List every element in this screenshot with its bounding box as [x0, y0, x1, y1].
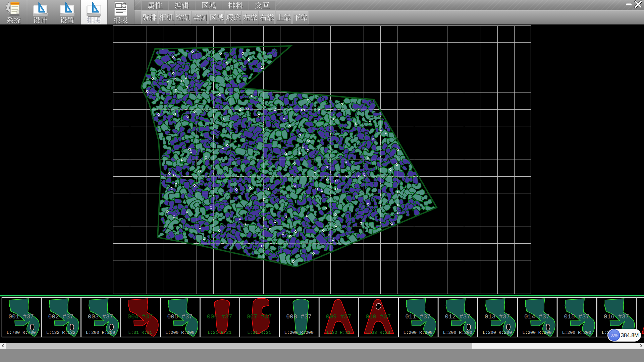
svg-text:010_#37: 010_#37: [366, 313, 391, 320]
svg-text:006_#37: 006_#37: [207, 313, 232, 320]
svg-text:004_#37: 004_#37: [127, 313, 153, 320]
svg-text:016_#37: 016_#37: [604, 313, 629, 320]
svg-text:L:200 R:200: L:200 R:200: [165, 330, 195, 335]
svg-text:005_#37: 005_#37: [167, 313, 193, 320]
svg-text:384.8M: 384.8M: [621, 333, 639, 338]
svg-text:003_#37: 003_#37: [88, 313, 113, 320]
svg-text:L:200 R:200: L:200 R:200: [562, 330, 591, 335]
svg-text:015_#37: 015_#37: [564, 313, 589, 320]
svg-text:L:200 R:200: L:200 R:200: [483, 330, 512, 335]
svg-text:L:200 R:200: L:200 R:200: [443, 330, 472, 335]
svg-text:L:33 R:33: L:33 R:33: [366, 330, 390, 335]
svg-text:L:200 R:200: L:200 R:200: [522, 330, 551, 335]
svg-text:L:21 R:21: L:21 R:21: [208, 330, 231, 335]
svg-text:L:31 R:31: L:31 R:31: [128, 330, 152, 335]
svg-text:L:200 R:200: L:200 R:200: [284, 330, 314, 335]
svg-text:001_#37: 001_#37: [8, 313, 34, 320]
svg-text:L:31 R:31: L:31 R:31: [247, 330, 271, 335]
svg-text:L:132 R:132: L:132 R:132: [46, 330, 75, 335]
svg-text:011_#37: 011_#37: [405, 313, 431, 320]
svg-text:014_#37: 014_#37: [524, 313, 550, 320]
svg-text:L:200 R:200: L:200 R:200: [403, 330, 432, 335]
svg-text:007_#37: 007_#37: [247, 313, 272, 320]
svg-text:002_#37: 002_#37: [48, 313, 73, 320]
svg-text:L:200 R:200: L:200 R:200: [86, 330, 115, 335]
svg-text:38%: 38%: [611, 334, 618, 337]
svg-text:008_#37: 008_#37: [286, 313, 312, 320]
svg-text:L:700 R:700: L:700 R:700: [6, 330, 36, 335]
svg-text:013_#37: 013_#37: [485, 313, 510, 320]
svg-text:009_#37: 009_#37: [326, 313, 352, 320]
svg-text:L:32 R:31: L:32 R:31: [327, 330, 351, 335]
svg-text:012_#37: 012_#37: [445, 313, 470, 320]
